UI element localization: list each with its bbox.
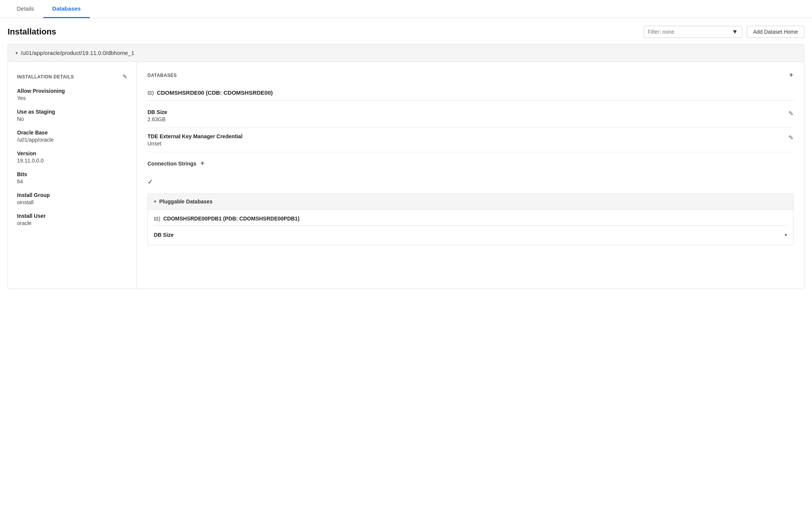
pdb-detail-row: DB Size ▾	[154, 229, 787, 239]
pdb-content: ⊟) CDOMSHSRDE00PDB1 (PDB: CDOMSHSRDE00PD…	[148, 209, 793, 245]
page-title: Installations	[8, 27, 56, 37]
detail-value-install-user: oracle	[17, 220, 127, 226]
connection-strings-label: Connection Strings	[147, 161, 196, 167]
add-dataset-home-button[interactable]: Add Dataset Home	[747, 26, 804, 38]
db-size-edit-icon[interactable]: ✎	[788, 110, 793, 117]
tde-label: TDE External Key Manager Credential	[147, 133, 243, 139]
installation-details-header: INSTALLATION DETAILS ✎	[17, 73, 127, 80]
detail-value-allow-provisioning: Yes	[17, 95, 127, 101]
db-name: CDOMSHSRDE00 (CDB: CDOMSHSRDE00)	[157, 89, 273, 96]
pdb-db-size-edit-icon[interactable]: ▾	[785, 232, 787, 238]
db-stream-icon: ⊟)	[147, 90, 154, 96]
tde-value: Unset	[147, 141, 243, 147]
pdb-name: CDOMSHSRDE00PDB1 (PDB: CDOMSHSRDE00PDB1)	[163, 216, 299, 222]
tde-edit-icon[interactable]: ✎	[788, 134, 793, 141]
detail-install-group: Install Group oinstall	[17, 192, 127, 205]
content-area: INSTALLATION DETAILS ✎ Allow Provisionin…	[8, 62, 804, 289]
db-name-row: ⊟) CDOMSHSRDE00 (CDB: CDOMSHSRDE00)	[147, 86, 793, 101]
detail-bits: Bits 64	[17, 171, 127, 184]
installation-details-title: INSTALLATION DETAILS	[17, 74, 74, 80]
databases-section-title: DATABASES	[147, 73, 177, 78]
db-size-value: 2.63GB	[147, 116, 167, 122]
detail-label-allow-provisioning: Allow Provisioning	[17, 88, 127, 94]
filter-input-wrap[interactable]: ▼	[644, 26, 742, 38]
connection-strings-add-icon[interactable]: +	[200, 159, 205, 168]
tabs-bar: Details Databases	[0, 0, 812, 18]
pluggable-chevron-icon: ▾	[154, 199, 156, 204]
detail-label-bits: Bits	[17, 171, 127, 177]
tab-databases[interactable]: Databases	[43, 0, 90, 18]
detail-value-oracle-base: /u01/app/oracle	[17, 137, 127, 143]
detail-version: Version 19.11.0.0.0	[17, 150, 127, 164]
detail-label-use-as-staging: Use as Staging	[17, 109, 127, 115]
tde-content: TDE External Key Manager Credential Unse…	[147, 133, 243, 147]
installation-details-edit-icon[interactable]: ✎	[122, 73, 127, 80]
check-icon: ✓	[147, 178, 153, 186]
pluggable-title: Pluggable Databases	[159, 198, 213, 205]
filter-icon: ▼	[732, 28, 738, 35]
header-right: ▼ Add Dataset Home	[644, 26, 804, 38]
filter-input[interactable]	[648, 29, 730, 35]
checkmark-row: ✓	[147, 173, 793, 191]
db-size-label: DB Size	[147, 109, 167, 115]
pluggable-section: ▾ Pluggable Databases ⊟) CDOMSHSRDE00PDB…	[147, 194, 793, 245]
tab-details[interactable]: Details	[8, 0, 43, 18]
detail-install-user: Install User oracle	[17, 213, 127, 226]
db-size-content: DB Size 2.63GB	[147, 109, 167, 122]
detail-oracle-base: Oracle Base /u01/app/oracle	[17, 130, 127, 143]
pdb-name-row: ⊟) CDOMSHSRDE00PDB1 (PDB: CDOMSHSRDE00PD…	[154, 216, 787, 226]
pdb-db-size-label: DB Size	[154, 232, 174, 238]
detail-label-oracle-base: Oracle Base	[17, 130, 127, 136]
db-detail-db-size: DB Size 2.63GB ✎	[147, 105, 793, 128]
detail-allow-provisioning: Allow Provisioning Yes	[17, 88, 127, 101]
databases-add-icon[interactable]: +	[789, 71, 793, 80]
pdb-stream-icon: ⊟)	[154, 216, 160, 222]
detail-label-install-user: Install User	[17, 213, 127, 219]
installations-header: Installations ▼ Add Dataset Home	[0, 18, 812, 44]
left-panel: INSTALLATION DETAILS ✎ Allow Provisionin…	[8, 62, 137, 289]
path-label: /u01/app/oracle/product/19.11.0.0/dbhome…	[21, 50, 134, 56]
detail-use-as-staging: Use as Staging No	[17, 109, 127, 122]
connection-strings-row: Connection Strings +	[147, 154, 793, 173]
db-detail-tde: TDE External Key Manager Credential Unse…	[147, 130, 793, 152]
detail-value-version: 19.11.0.0.0	[17, 158, 127, 164]
detail-value-use-as-staging: No	[17, 116, 127, 122]
pluggable-header[interactable]: ▾ Pluggable Databases	[148, 194, 793, 209]
right-panel: DATABASES + ⊟) CDOMSHSRDE00 (CDB: CDOMSH…	[137, 62, 804, 289]
chevron-down-icon: ▾	[16, 50, 18, 56]
detail-label-install-group: Install Group	[17, 192, 127, 198]
databases-header-row: DATABASES +	[147, 71, 793, 80]
detail-value-install-group: oinstall	[17, 199, 127, 205]
detail-value-bits: 64	[17, 178, 127, 184]
detail-label-version: Version	[17, 150, 127, 156]
path-header[interactable]: ▾ /u01/app/oracle/product/19.11.0.0/dbho…	[8, 44, 804, 62]
